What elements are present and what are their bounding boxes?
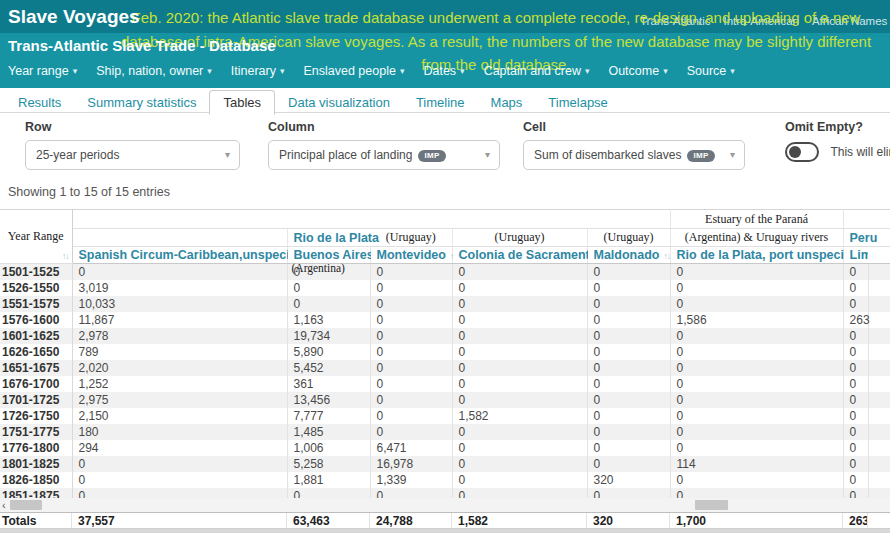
table-cell: 0 — [287, 296, 370, 312]
table-cell: 0 — [670, 376, 843, 392]
table-cell: 0 — [843, 264, 868, 281]
table-cell — [868, 440, 890, 456]
table-cell: 7,777 — [287, 408, 370, 424]
table-cell: 5,890 — [287, 344, 370, 360]
tab-results[interactable]: Results — [5, 91, 74, 113]
table-cell: 0 — [843, 344, 868, 360]
table-row: 1551-157510,033000000 — [0, 296, 890, 312]
chevron-down-icon: ▾ — [460, 66, 465, 76]
view-tabs: ResultsSummary statisticsTablesData visu… — [0, 90, 890, 113]
table-cell: 0 — [587, 440, 670, 456]
column-group-blank — [843, 210, 890, 229]
table-cell: 0 — [843, 280, 868, 296]
table-cell: 0 — [370, 312, 452, 328]
table-cell: 0 — [72, 264, 287, 281]
table-cell: 11,867 — [72, 312, 287, 328]
table-cell: 0 — [843, 456, 868, 472]
port-name: Rio de la Plata, port unspecified — [677, 248, 867, 262]
table-cell: 2,978 — [72, 328, 287, 344]
menu-dates[interactable]: Dates▾ — [423, 64, 464, 78]
table-row: 1751-17751801,48500000 — [0, 424, 890, 440]
table-cell: 1,339 — [370, 472, 452, 488]
site-logo[interactable]: Slave Voyages — [8, 6, 140, 28]
column-header-montevideo[interactable]: Montevideo↑↓ — [370, 247, 452, 264]
omit-empty-description: This will eliminate — [830, 145, 890, 159]
table-cell: 1,163 — [287, 312, 370, 328]
table-cell: 0 — [370, 424, 452, 440]
omit-empty-toggle[interactable] — [785, 142, 819, 162]
table-cell — [868, 344, 890, 360]
tab-maps[interactable]: Maps — [478, 91, 536, 113]
table-cell — [868, 472, 890, 488]
column-select[interactable]: Principal place of landingIMP ▾ — [268, 140, 500, 170]
tab-tables[interactable]: Tables — [209, 90, 275, 115]
row-label: 1726-1750 — [0, 408, 72, 424]
cell-select[interactable]: Sum of disembarked slavesIMP ▾ — [523, 140, 745, 170]
row-label: 1776-1800 — [0, 440, 72, 456]
menu-itinerary[interactable]: Itinerary▾ — [231, 64, 285, 78]
query-menubar: Year range▾Ship, nation, owner▾Itinerary… — [8, 61, 754, 79]
table-cell: 0 — [843, 472, 868, 488]
menu-ship-nation-owner[interactable]: Ship, nation, owner▾ — [96, 64, 212, 78]
table-cell: 0 — [587, 456, 670, 472]
row-select[interactable]: 25-year periods ▾ — [25, 140, 240, 170]
table-cell: 2,150 — [72, 408, 287, 424]
table-row: 1576-160011,8671,1630001,586263 — [0, 312, 890, 328]
table-cell: 0 — [670, 264, 843, 281]
tab-summary-statistics[interactable]: Summary statistics — [74, 91, 209, 113]
notice-line: Feb. 2020: the Atlantic slave trade data… — [115, 6, 877, 30]
menu-source[interactable]: Source▾ — [687, 64, 735, 78]
column-group-blank — [72, 210, 670, 229]
table-row: 1626-16507895,89000000 — [0, 344, 890, 360]
table-cell — [868, 456, 890, 472]
table-cell: 0 — [843, 392, 868, 408]
window-edge — [0, 529, 890, 533]
table-cell: 0 — [587, 376, 670, 392]
column-header-year-range[interactable]: Year Range↑↓ — [0, 210, 72, 264]
row-label: 1751-1775 — [0, 424, 72, 440]
menu-year-range[interactable]: Year range▾ — [8, 64, 77, 78]
table-cell: 0 — [843, 328, 868, 344]
column-header-maldonado[interactable]: Maldonado↑↓ — [587, 247, 670, 264]
table-cell: 0 — [670, 472, 843, 488]
table-cell: 0 — [72, 472, 287, 488]
column-header-colonia-de-sacramento[interactable]: Colonia de Sacramento↑↓ — [452, 247, 587, 264]
table-cell: 180 — [72, 424, 287, 440]
column-header-lima[interactable]: Lima↑↓ — [843, 247, 868, 264]
table-cell: 0 — [370, 328, 452, 344]
tab-timelapse[interactable]: Timelapse — [535, 91, 620, 113]
horizontal-scrollbar[interactable]: ‹ — [0, 498, 890, 512]
row-label: 1601-1625 — [0, 328, 72, 344]
scrollbar-thumb[interactable] — [10, 500, 42, 510]
tab-timeline[interactable]: Timeline — [403, 91, 478, 113]
column-region-uruguay: (Uruguay) — [452, 229, 587, 247]
menu-enslaved-people[interactable]: Enslaved people▾ — [303, 64, 404, 78]
table-cell: 2,975 — [72, 392, 287, 408]
column-header-buenos-aires[interactable]: Buenos Aires↑↓(Argentina) — [287, 247, 370, 264]
menu-outcome[interactable]: Outcome▾ — [608, 64, 667, 78]
scrollbar-thumb[interactable] — [695, 500, 728, 510]
row-label: Row — [25, 120, 51, 134]
row-label: 1551-1575 — [0, 296, 72, 312]
column-header-rio-de-la-plata-port-unspecified[interactable]: Rio de la Plata, port unspecified↑↓ — [670, 247, 843, 264]
table-cell — [868, 312, 890, 328]
menu-captain-and-crew[interactable]: Captain and crew▾ — [484, 64, 590, 78]
table-cell — [868, 376, 890, 392]
scroll-left-icon[interactable]: ‹ — [2, 498, 6, 512]
totals-cell: 24,788 — [370, 513, 452, 528]
totals-label: Totals — [0, 513, 72, 528]
column-region-blank — [72, 229, 287, 247]
cell-select-value: Sum of disembarked slaves — [534, 148, 681, 162]
table-cell: 0 — [452, 328, 587, 344]
table-row: 1701-17252,97513,45600000 — [0, 392, 890, 408]
column-label: Column — [268, 120, 315, 134]
omit-empty-label: Omit Empty? — [785, 120, 863, 134]
table-cell: 0 — [72, 456, 287, 472]
table-row: 1526-15503,019000000 — [0, 280, 890, 296]
column-select-value: Principal place of landing — [279, 148, 412, 162]
table-cell — [868, 296, 890, 312]
column-region-uruguay: (Uruguay) — [587, 229, 670, 247]
table-cell: 0 — [452, 280, 587, 296]
tab-data-visualization[interactable]: Data visualization — [275, 91, 403, 113]
column-header-spanish-circum-caribbean-unspecified[interactable]: Spanish Circum-Caribbean,unspecified↑↓ — [72, 247, 287, 264]
